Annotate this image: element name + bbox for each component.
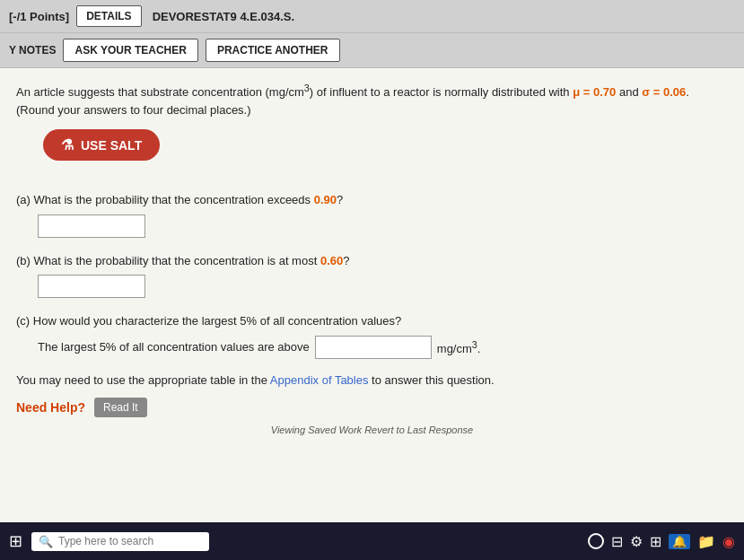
answer-b-input[interactable] (38, 275, 145, 298)
question-c: (c) How would you characterize the large… (16, 312, 728, 359)
taskbar-search-box[interactable]: 🔍 (31, 532, 209, 551)
answer-c-input[interactable] (315, 336, 432, 359)
use-salt-container: ⚗ USE SALT (16, 129, 728, 177)
question-a-text: What is the probability that the concent… (34, 193, 344, 206)
mu-value: μ = 0.70 (573, 85, 616, 99)
question-a-prefix: (a) (16, 193, 31, 206)
notification-icon[interactable]: 🔔 (669, 534, 690, 549)
top-bar: [-/1 Points] DETAILS DEVORESTAT9 4.E.034… (0, 0, 744, 33)
problem-statement: An article suggests that substrate conce… (16, 81, 728, 118)
taskbar-icons: ⊟ ⚙ ⊞ 🔔 📁 ◉ (588, 533, 735, 550)
inline-text-before: The largest 5% of all concentration valu… (38, 340, 310, 354)
question-c-label: (c) How would you characterize the large… (16, 312, 728, 330)
taskview-icon[interactable]: ⊟ (611, 533, 623, 550)
apps-icon[interactable]: ⊞ (650, 533, 661, 550)
settings-icon[interactable]: ⚙ (630, 533, 643, 550)
problem-id: DEVORESTAT9 4.E.034.S. (153, 10, 294, 23)
nav-notes-label: Y NOTES (9, 44, 56, 57)
folder-icon[interactable]: 📁 (697, 533, 715, 550)
use-salt-label: USE SALT (81, 138, 142, 153)
saved-text: Viewing Saved Work Revert to Last Respon… (271, 424, 473, 435)
use-salt-button[interactable]: ⚗ USE SALT (43, 129, 160, 161)
ask-teacher-button[interactable]: ASK YOUR TEACHER (63, 39, 197, 62)
answer-a-input[interactable] (38, 214, 145, 238)
question-b-prefix: (b) (16, 254, 31, 267)
question-c-text: How would you characterize the largest 5… (33, 314, 401, 328)
question-b: (b) What is the probability that the con… (16, 252, 728, 299)
question-a-value: 0.90 (314, 193, 337, 206)
question-a: (a) What is the probability that the con… (16, 191, 728, 238)
sigma-value: σ = 0.06 (642, 85, 686, 99)
salt-icon: ⚗ (61, 136, 74, 153)
question-c-inline: The largest 5% of all concentration valu… (38, 336, 728, 359)
appendix-link[interactable]: Appendix of Tables (270, 373, 369, 387)
question-c-prefix: (c) (16, 314, 30, 328)
nav-bar: Y NOTES ASK YOUR TEACHER PRACTICE ANOTHE… (0, 33, 744, 68)
problem-text-start: An article suggests that substrate conce… (16, 85, 689, 117)
question-a-label: (a) What is the probability that the con… (16, 191, 728, 209)
question-b-label: (b) What is the probability that the con… (16, 252, 728, 270)
appendix-before: You may need to use the appropriate tabl… (16, 373, 270, 387)
footer-saved: Viewing Saved Work Revert to Last Respon… (16, 424, 728, 435)
taskbar: ⊞ 🔍 ⊟ ⚙ ⊞ 🔔 📁 ◉ (0, 522, 744, 560)
windows-start-icon[interactable]: ⊞ (9, 531, 22, 551)
taskbar-search-input[interactable] (58, 535, 202, 547)
question-b-text: What is the probability that the concent… (34, 254, 350, 267)
appendix-after: to answer this question. (372, 373, 495, 387)
cortana-circle-icon[interactable] (588, 533, 604, 549)
details-button[interactable]: DETAILS (76, 5, 141, 27)
question-b-value: 0.60 (320, 254, 343, 267)
chrome-icon[interactable]: ◉ (722, 533, 735, 550)
search-icon: 🔍 (39, 535, 53, 548)
points-label: [-/1 Points] (9, 10, 69, 23)
inline-unit: mg/cm3. (437, 339, 481, 355)
appendix-text: You may need to use the appropriate tabl… (16, 373, 728, 387)
read-it-button[interactable]: Read It (94, 398, 147, 417)
practice-another-button[interactable]: PRACTICE ANOTHER (206, 39, 340, 62)
need-help-label: Need Help? (16, 400, 85, 415)
need-help-bar: Need Help? Read It (16, 398, 728, 417)
main-content: An article suggests that substrate conce… (0, 68, 744, 522)
